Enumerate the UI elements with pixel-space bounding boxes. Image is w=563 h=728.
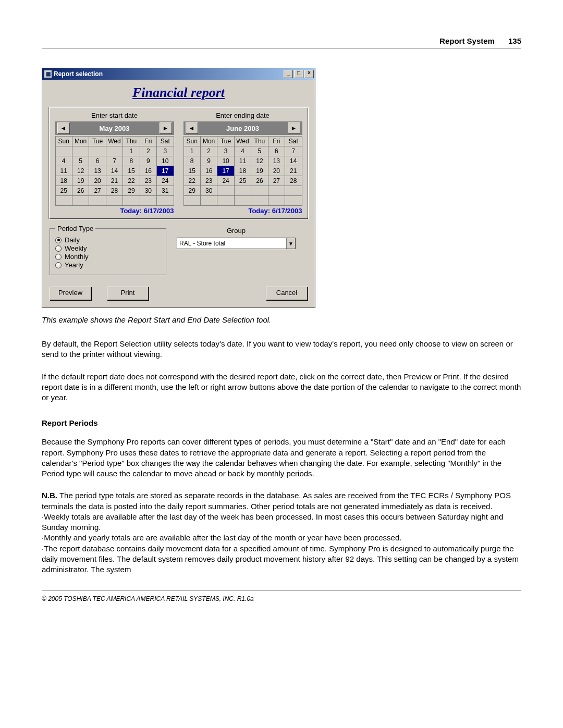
calendar-day[interactable]: 2 (200, 146, 217, 156)
calendar-day[interactable]: 11 (55, 166, 72, 176)
calendar-dow: Sat (157, 137, 174, 146)
group-label: Group (177, 227, 296, 235)
calendar-day[interactable]: 4 (234, 146, 251, 156)
calendar-day (200, 196, 217, 206)
calendar-day[interactable]: 24 (217, 176, 234, 186)
calendar-day[interactable]: 9 (140, 156, 156, 166)
calendar-day[interactable]: 7 (285, 146, 302, 156)
calendar-day[interactable]: 17 (217, 166, 234, 176)
title-bar[interactable]: ▦ Report selection _ □ × (42, 68, 315, 80)
calendar-day[interactable]: 16 (200, 166, 217, 176)
radio-icon[interactable] (55, 254, 62, 260)
calendar-day (89, 196, 106, 206)
calendar-dow: Sun (55, 137, 72, 146)
calendar-day[interactable]: 26 (251, 176, 268, 186)
start-today-link[interactable]: Today: 6/17/2003 (55, 206, 174, 215)
calendar-day[interactable]: 16 (140, 166, 156, 176)
calendar-day[interactable]: 20 (268, 166, 285, 176)
calendar-day[interactable]: 1 (123, 146, 140, 156)
calendar-day[interactable]: 13 (89, 166, 106, 176)
prev-month-button[interactable]: ◄ (186, 122, 198, 134)
prev-month-button[interactable]: ◄ (57, 122, 70, 134)
calendar-day[interactable]: 26 (72, 186, 89, 196)
calendar-day[interactable]: 28 (285, 176, 302, 186)
calendar-day[interactable]: 2 (140, 146, 156, 156)
calendar-day[interactable]: 7 (106, 156, 123, 166)
calendar-day[interactable]: 20 (89, 176, 106, 186)
calendar-day[interactable]: 15 (123, 166, 140, 176)
calendar-day[interactable]: 30 (200, 186, 217, 196)
print-button[interactable]: Print (107, 287, 149, 300)
calendar-dow: Tue (89, 137, 106, 146)
calendar-day[interactable]: 1 (183, 146, 200, 156)
preview-button[interactable]: Preview (50, 287, 91, 300)
group-combobox[interactable]: RAL - Store total ▼ (177, 238, 296, 249)
calendar-day (157, 196, 174, 206)
period-option-monthly[interactable]: Monthly (55, 253, 161, 261)
chevron-down-icon[interactable]: ▼ (286, 238, 295, 249)
calendar-day[interactable]: 9 (200, 156, 217, 166)
calendar-day[interactable]: 18 (234, 166, 251, 176)
next-month-button[interactable]: ► (288, 122, 300, 134)
calendar-day[interactable]: 13 (268, 156, 285, 166)
calendar-day[interactable]: 23 (200, 176, 217, 186)
calendar-day[interactable]: 10 (157, 156, 174, 166)
calendar-day[interactable]: 21 (106, 176, 123, 186)
calendar-day[interactable]: 25 (55, 186, 72, 196)
calendar-day[interactable]: 15 (183, 166, 200, 176)
calendar-day[interactable]: 29 (183, 186, 200, 196)
calendar-day[interactable]: 30 (140, 186, 156, 196)
nb-line: The period type totals are stored as sep… (42, 491, 511, 510)
calendar-dow: Mon (200, 137, 217, 146)
period-option-yearly[interactable]: Yearly (55, 261, 161, 269)
calendar-day[interactable]: 25 (234, 176, 251, 186)
end-date-calendar: Enter ending date ◄ June 2003 ► SunMonTu… (183, 112, 302, 215)
start-calendar-grid[interactable]: SunMonTueWedThuFriSat1234567891011121314… (55, 136, 174, 206)
calendar-day[interactable]: 19 (251, 166, 268, 176)
calendar-day[interactable]: 12 (72, 166, 89, 176)
calendar-day (55, 146, 72, 156)
calendar-day[interactable]: 10 (217, 156, 234, 166)
radio-icon[interactable] (55, 245, 62, 252)
calendar-day[interactable]: 27 (89, 186, 106, 196)
calendar-day[interactable]: 28 (106, 186, 123, 196)
calendar-day[interactable]: 21 (285, 166, 302, 176)
calendar-day[interactable]: 14 (106, 166, 123, 176)
minimize-button[interactable]: _ (284, 70, 293, 78)
calendar-day[interactable]: 17 (157, 166, 174, 176)
calendar-day[interactable]: 19 (72, 176, 89, 186)
calendar-day[interactable]: 24 (157, 176, 174, 186)
calendar-day[interactable]: 8 (183, 156, 200, 166)
calendar-day[interactable]: 23 (140, 176, 156, 186)
radio-icon[interactable] (55, 262, 62, 268)
app-icon: ▦ (44, 70, 52, 78)
calendar-day[interactable]: 3 (157, 146, 174, 156)
calendar-day[interactable]: 31 (157, 186, 174, 196)
calendar-day[interactable]: 22 (123, 176, 140, 186)
calendar-day[interactable]: 4 (55, 156, 72, 166)
calendar-day[interactable]: 6 (89, 156, 106, 166)
calendar-day[interactable]: 8 (123, 156, 140, 166)
calendar-day[interactable]: 29 (123, 186, 140, 196)
calendar-dow: Sun (183, 137, 200, 146)
next-month-button[interactable]: ► (160, 122, 172, 134)
period-option-daily[interactable]: Daily (55, 236, 161, 244)
calendar-day[interactable]: 5 (72, 156, 89, 166)
end-today-link[interactable]: Today: 6/17/2003 (183, 206, 302, 215)
calendar-day[interactable]: 3 (217, 146, 234, 156)
calendar-day[interactable]: 5 (251, 146, 268, 156)
calendar-day[interactable]: 22 (183, 176, 200, 186)
calendar-day[interactable]: 14 (285, 156, 302, 166)
chapter-title: Report System (439, 36, 508, 45)
calendar-day[interactable]: 18 (55, 176, 72, 186)
cancel-button[interactable]: Cancel (266, 287, 308, 300)
end-calendar-grid[interactable]: SunMonTueWedThuFriSat1234567891011121314… (183, 136, 302, 206)
maximize-button[interactable]: □ (294, 70, 303, 78)
period-option-weekly[interactable]: Weekly (55, 244, 161, 252)
calendar-day[interactable]: 11 (234, 156, 251, 166)
radio-icon[interactable] (55, 237, 62, 243)
close-button[interactable]: × (304, 70, 314, 78)
calendar-day[interactable]: 12 (251, 156, 268, 166)
calendar-day[interactable]: 6 (268, 146, 285, 156)
calendar-day[interactable]: 27 (268, 176, 285, 186)
